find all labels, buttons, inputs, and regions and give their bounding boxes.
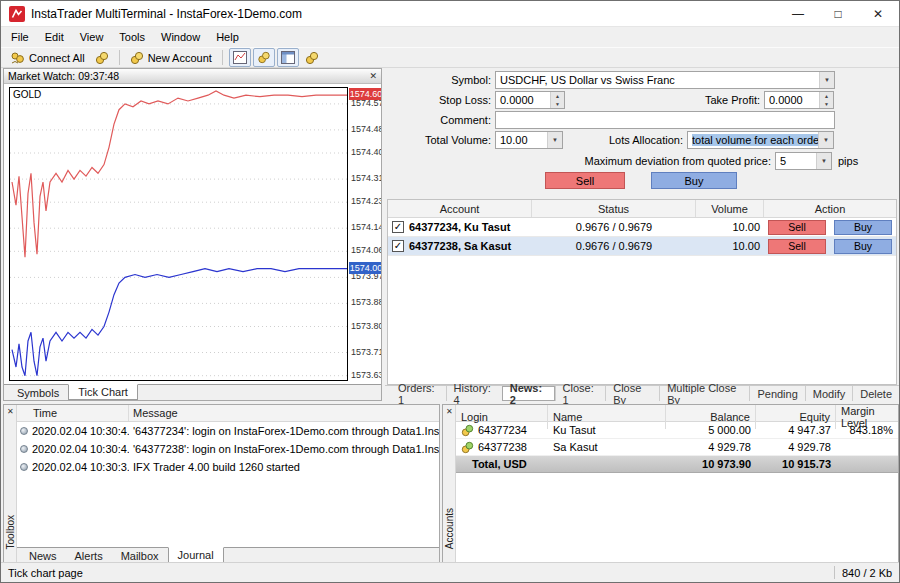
coins-icon [305, 51, 319, 65]
sell-button[interactable]: Sell [545, 172, 625, 189]
tab-close-by[interactable]: Close By [605, 386, 659, 401]
coins-icon [95, 51, 109, 65]
chart-icon [233, 51, 247, 64]
journal-row[interactable]: 2020.02.04 10:30:4... '64377234': login … [17, 422, 439, 440]
tab-news[interactable]: News: 2 [502, 386, 555, 401]
tick-chart[interactable]: GOLD 1574.571574.481574.401574.311574.23… [4, 84, 381, 384]
tab-modify[interactable]: Modify [805, 386, 852, 401]
account-checkbox[interactable]: ✓ [392, 240, 404, 252]
menu-file[interactable]: File [3, 29, 37, 45]
table-row[interactable]: ✓64377238, Sa Kasut 0.9676 / 0.9679 10.0… [388, 237, 896, 256]
menu-tools[interactable]: Tools [111, 29, 153, 45]
tab-history[interactable]: History: 4 [446, 386, 502, 401]
menu-help[interactable]: Help [208, 29, 247, 45]
spin-up-icon[interactable]: ▲ [820, 92, 833, 100]
log-message: '64377234': login on InstaForex-1Demo.co… [129, 425, 439, 437]
tab-alerts[interactable]: Alerts [66, 548, 112, 563]
price-axis-label: 1573.71 [351, 347, 381, 357]
column-time[interactable]: Time [17, 405, 129, 421]
row-sell-button[interactable]: Sell [768, 220, 826, 235]
toggle-layout-button[interactable] [277, 48, 299, 67]
symbol-select[interactable]: USDCHF, US Dollar vs Swiss Franc ▼ [495, 71, 835, 89]
chevron-down-icon[interactable]: ▼ [816, 153, 831, 169]
chevron-down-icon[interactable]: ▼ [819, 72, 834, 88]
account-row[interactable]: 64377238 Sa Kasut 4 929.78 4 929.78 [456, 439, 898, 456]
table-row[interactable]: ✓64377234, Ku Tasut 0.9676 / 0.9679 10.0… [388, 218, 896, 237]
accounts-panel: ✕ Accounts Login Name Balance Equity Mar… [442, 404, 899, 564]
status-separator [834, 566, 835, 579]
journal-header: Time Message [17, 405, 439, 422]
total-volume-select[interactable]: 10.00 ▼ [495, 131, 563, 149]
chevron-down-icon[interactable]: ▼ [547, 132, 562, 148]
tab-pending[interactable]: Pending [749, 386, 804, 401]
connect-all-button[interactable]: Connect All [5, 48, 90, 67]
take-profit-input[interactable]: 0.0000 ▲▼ [764, 91, 834, 109]
maximize-icon[interactable]: □ [825, 4, 851, 24]
lots-allocation-select[interactable]: total volume for each order ▼ [687, 131, 834, 149]
journal-row[interactable]: 2020.02.04 10:30:3... IFX Trader 4.00 bu… [17, 458, 439, 476]
coins-icon [257, 51, 271, 64]
accounts-side-strip: ✕ Accounts [443, 405, 456, 563]
connect-account-button[interactable] [90, 48, 114, 67]
tab-close[interactable]: Close: 1 [555, 386, 606, 401]
name-cell: Ku Tasut [548, 424, 666, 436]
close-icon[interactable]: ✕ [7, 407, 14, 416]
row-buy-button[interactable]: Buy [834, 220, 892, 235]
column-account[interactable]: Account [388, 200, 532, 217]
price-axis-label: 1573.80 [351, 321, 381, 331]
toggle-accounts-button[interactable] [253, 48, 275, 67]
comment-input[interactable] [495, 111, 835, 129]
deposit-button[interactable] [300, 48, 324, 67]
spin-down-icon[interactable]: ▼ [551, 100, 564, 108]
column-volume[interactable]: Volume [696, 200, 764, 217]
table-header: Account Status Volume Action [388, 200, 896, 218]
tab-orders[interactable]: Orders: 1 [391, 386, 446, 401]
price-axis-label: 1573.88 [351, 297, 381, 307]
price-axis-label: 1574.48 [351, 124, 381, 134]
row-sell-button[interactable]: Sell [768, 239, 826, 254]
price-axis-label: 1574.40 [351, 147, 381, 157]
account-row[interactable]: 64377234 Ku Tasut 5 000.00 4 947.37 843.… [456, 422, 898, 439]
main-area: Market Watch: 09:37:48 ✕ GOLD 1574.57157… [1, 68, 900, 401]
buy-button[interactable]: Buy [651, 172, 737, 189]
tab-journal[interactable]: Journal [168, 547, 224, 563]
menu-edit[interactable]: Edit [37, 29, 72, 45]
window-title: InstaTrader MultiTerminal - InstaForex-1… [31, 7, 302, 21]
journal-row[interactable]: 2020.02.04 10:30:4... '64377238': login … [17, 440, 439, 458]
account-checkbox[interactable]: ✓ [392, 221, 404, 233]
menu-view[interactable]: View [72, 29, 112, 45]
new-account-button[interactable]: New Account [125, 48, 217, 67]
tab-multiple-close-by[interactable]: Multiple Close By [659, 386, 749, 401]
close-icon[interactable]: ✕ [369, 71, 377, 81]
total-label: Total, USD [456, 458, 666, 470]
market-watch-panel: Market Watch: 09:37:48 ✕ GOLD 1574.57157… [3, 68, 382, 401]
close-icon[interactable]: ✕ [446, 407, 453, 416]
log-time: 2020.02.04 10:30:3... [32, 461, 129, 473]
equity-cell: 4 929.78 [756, 441, 836, 453]
chevron-down-icon[interactable]: ▼ [818, 132, 833, 148]
journal-content: Time Message 2020.02.04 10:30:4... '6437… [17, 405, 439, 547]
log-entry-icon [20, 427, 28, 435]
close-icon[interactable]: ✕ [865, 4, 891, 24]
tab-symbols[interactable]: Symbols [8, 385, 68, 400]
max-deviation-select[interactable]: 5 ▼ [775, 152, 832, 170]
tab-mailbox[interactable]: Mailbox [112, 548, 168, 563]
column-action[interactable]: Action [764, 200, 896, 217]
stop-loss-input[interactable]: 0.0000 ▲▼ [495, 91, 565, 109]
menu-window[interactable]: Window [153, 29, 208, 45]
app-icon [9, 6, 25, 22]
spin-up-icon[interactable]: ▲ [551, 92, 564, 100]
tab-tick-chart[interactable]: Tick Chart [68, 384, 138, 400]
toggle-chart-button[interactable] [229, 48, 251, 67]
column-message[interactable]: Message [129, 405, 439, 421]
connect-all-label: Connect All [29, 52, 85, 64]
row-buy-button[interactable]: Buy [834, 239, 892, 254]
window-controls: — □ ✕ [785, 4, 891, 24]
accounts-header: Login Name Balance Equity Margin Level [456, 405, 898, 422]
tab-delete[interactable]: Delete [852, 386, 899, 401]
spin-down-icon[interactable]: ▼ [820, 100, 833, 108]
column-status[interactable]: Status [532, 200, 696, 217]
minimize-icon[interactable]: — [785, 4, 811, 24]
toolbox-tabs: News Alerts Mailbox Journal [17, 547, 439, 563]
tab-news-toolbox[interactable]: News [20, 548, 66, 563]
